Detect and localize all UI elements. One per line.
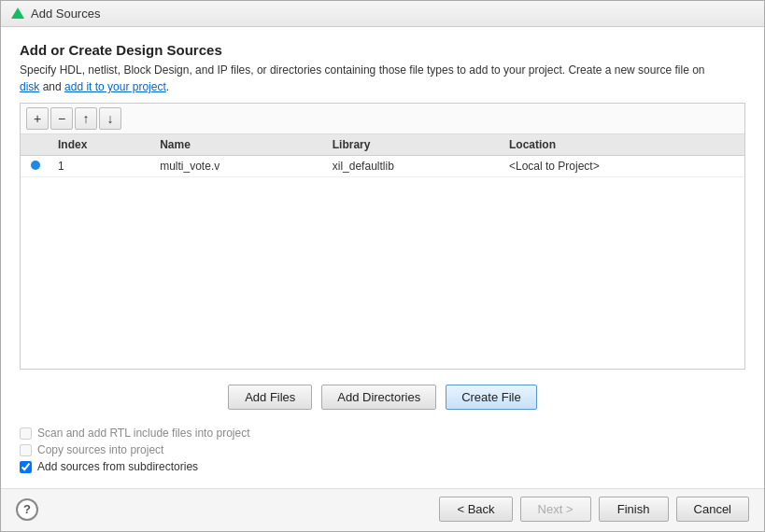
- col-library: Library: [325, 134, 502, 156]
- add-files-button[interactable]: Add Files: [228, 385, 312, 410]
- action-buttons: Add Files Add Directories Create File: [20, 377, 745, 417]
- cb-scan-rtl[interactable]: Scan and add RTL include files into proj…: [20, 427, 745, 440]
- cb-add-subdirs[interactable]: Add sources from subdirectories: [20, 460, 745, 473]
- options-checkboxes: Scan and add RTL include files into proj…: [20, 425, 745, 479]
- cb-copy-sources-label: Copy sources into project: [37, 443, 163, 456]
- col-dot: [21, 134, 50, 156]
- row-index: 1: [50, 156, 152, 177]
- desc-link-disk[interactable]: disk: [20, 80, 39, 93]
- cb-add-subdirs-label: Add sources from subdirectories: [37, 460, 198, 473]
- add-directories-button[interactable]: Add Directories: [321, 385, 436, 410]
- add-button[interactable]: +: [26, 107, 49, 130]
- dialog-footer: ? < Back Next > Finish Cancel: [1, 488, 764, 531]
- table-header: Index Name Library Location: [21, 134, 744, 156]
- row-name: multi_vote.v: [152, 156, 325, 177]
- help-button[interactable]: ?: [16, 498, 38, 521]
- cb-add-subdirs-input[interactable]: [20, 461, 32, 473]
- finish-button[interactable]: Finish: [599, 497, 669, 522]
- create-file-button[interactable]: Create File: [446, 385, 537, 410]
- footer-left: ?: [16, 498, 38, 521]
- svg-marker-1: [12, 9, 23, 18]
- remove-button[interactable]: −: [50, 107, 73, 130]
- window-title: Add Sources: [31, 7, 100, 21]
- cb-copy-sources[interactable]: Copy sources into project: [20, 443, 745, 456]
- cb-copy-sources-input[interactable]: [20, 444, 32, 456]
- row-dot: [21, 156, 50, 177]
- section-header: Add or Create Design Sources Specify HDL…: [20, 42, 745, 95]
- footer-right: < Back Next > Finish Cancel: [439, 497, 749, 522]
- section-title: Add or Create Design Sources: [20, 42, 745, 58]
- description: Specify HDL, netlist, Block Design, and …: [20, 62, 711, 95]
- next-button[interactable]: Next >: [520, 497, 591, 522]
- file-list-area: + − ↑ ↓ Index Name Library Location: [20, 103, 745, 370]
- col-index: Index: [50, 134, 152, 156]
- file-table: Index Name Library Location 1 multi_vote…: [21, 134, 744, 177]
- row-location: <Local to Project>: [502, 156, 744, 177]
- col-name: Name: [152, 134, 325, 156]
- row-library: xil_defaultlib: [325, 156, 502, 177]
- back-button[interactable]: < Back: [439, 497, 512, 522]
- status-dot: [31, 161, 40, 170]
- desc-text-1: Specify HDL, netlist, Block Design, and …: [20, 63, 705, 77]
- table-body: 1 multi_vote.v xil_defaultlib <Local to …: [21, 156, 744, 177]
- main-content: Add or Create Design Sources Specify HDL…: [1, 27, 764, 488]
- cb-scan-rtl-input[interactable]: [20, 427, 32, 440]
- title-bar: Add Sources: [1, 1, 764, 27]
- app-logo-icon: [10, 7, 25, 21]
- list-toolbar: + − ↑ ↓: [21, 104, 744, 134]
- move-down-button[interactable]: ↓: [99, 107, 121, 130]
- cb-scan-rtl-label: Scan and add RTL include files into proj…: [37, 427, 249, 440]
- desc-link-add[interactable]: add it to your project: [64, 80, 166, 93]
- file-table-area: Index Name Library Location 1 multi_vote…: [21, 134, 744, 369]
- table-row[interactable]: 1 multi_vote.v xil_defaultlib <Local to …: [21, 156, 744, 177]
- col-location: Location: [502, 134, 744, 156]
- move-up-button[interactable]: ↑: [75, 107, 97, 130]
- cancel-button[interactable]: Cancel: [676, 497, 749, 522]
